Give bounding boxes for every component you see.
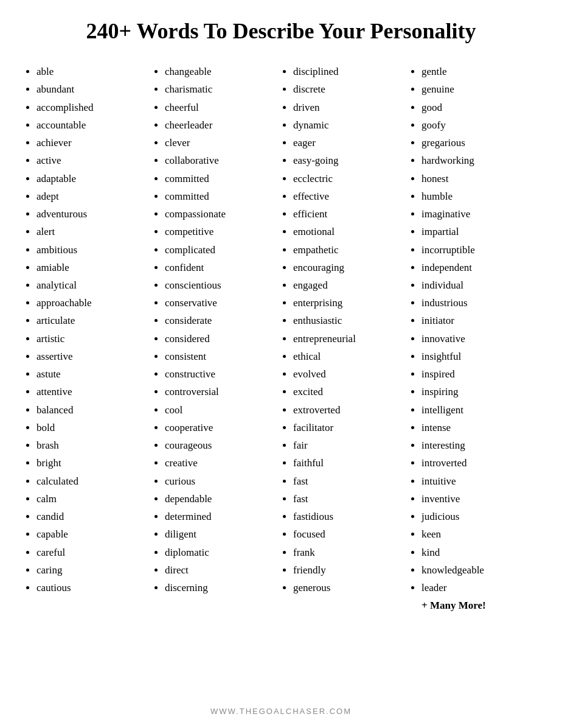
list-item: humble	[422, 187, 538, 205]
list-item: compassionate	[165, 205, 281, 223]
list-item: dependable	[165, 490, 281, 508]
list-item: gentle	[422, 63, 538, 80]
list-item: diligent	[165, 525, 281, 543]
list-item: engaged	[293, 276, 409, 294]
list-item: brash	[36, 436, 153, 454]
list-item: accountable	[36, 116, 153, 134]
list-item: empathetic	[293, 241, 409, 259]
list-item: inspiring	[422, 383, 538, 401]
list-item: kind	[422, 544, 538, 561]
list-item: considered	[165, 330, 281, 348]
list-item: judicious	[422, 508, 538, 525]
list-item: effective	[293, 187, 409, 205]
word-list-3: disciplineddiscretedrivendynamiceagereas…	[281, 63, 409, 597]
list-item: adventurous	[36, 205, 153, 223]
list-item: cautious	[36, 579, 153, 597]
list-item: adept	[36, 187, 153, 205]
list-item: extroverted	[293, 401, 409, 419]
list-item: careful	[36, 544, 153, 561]
list-item: ambitious	[36, 241, 153, 259]
list-item: considerate	[165, 312, 281, 329]
list-item: bold	[36, 419, 153, 436]
list-item: entrepreneurial	[293, 330, 409, 348]
list-item: discrete	[293, 80, 409, 98]
list-item: competitive	[165, 223, 281, 240]
list-item: inventive	[422, 490, 538, 508]
list-item: discerning	[165, 579, 281, 597]
list-item: excited	[293, 383, 409, 401]
list-item: facilitator	[293, 419, 409, 436]
list-item: caring	[36, 561, 153, 579]
list-item: creative	[165, 454, 281, 472]
list-item: good	[422, 99, 538, 116]
list-item: enterprising	[293, 294, 409, 312]
list-item: dynamic	[293, 116, 409, 134]
list-item: consistent	[165, 348, 281, 365]
word-list-1: ableabundantaccomplishedaccountableachie…	[24, 63, 153, 597]
list-item: calm	[36, 490, 153, 508]
list-item: articulate	[36, 312, 153, 329]
list-item: analytical	[36, 276, 153, 294]
list-item: controversial	[165, 383, 281, 401]
list-item: faithful	[293, 454, 409, 472]
column-2: changeablecharismaticcheerfulcheerleader…	[153, 63, 281, 692]
word-list-2: changeablecharismaticcheerfulcheerleader…	[153, 63, 281, 597]
list-item: generous	[293, 579, 409, 597]
list-item: determined	[165, 508, 281, 525]
list-item: friendly	[293, 561, 409, 579]
list-item: ecclectric	[293, 170, 409, 187]
list-item: disciplined	[293, 63, 409, 80]
list-item: artistic	[36, 330, 153, 348]
list-item: achiever	[36, 134, 153, 152]
list-item: introverted	[422, 454, 538, 472]
list-item: eager	[293, 134, 409, 152]
list-item: cheerleader	[165, 116, 281, 134]
list-item: adaptable	[36, 170, 153, 187]
list-item: collaborative	[165, 152, 281, 169]
list-item: balanced	[36, 401, 153, 419]
list-item: abundant	[36, 80, 153, 98]
list-item: alert	[36, 223, 153, 240]
list-item: bright	[36, 454, 153, 472]
list-item: emotional	[293, 223, 409, 240]
list-item: attentive	[36, 383, 153, 401]
list-item: focused	[293, 525, 409, 543]
list-item: cheerful	[165, 99, 281, 116]
list-item: gregarious	[422, 134, 538, 152]
word-columns: ableabundantaccomplishedaccountableachie…	[24, 63, 538, 692]
list-item: knowledgeable	[422, 561, 538, 579]
list-item: keen	[422, 525, 538, 543]
list-item: industrious	[422, 294, 538, 312]
list-item: hardworking	[422, 152, 538, 169]
list-item: frank	[293, 544, 409, 561]
list-item: driven	[293, 99, 409, 116]
list-item: insightful	[422, 348, 538, 365]
list-item: able	[36, 63, 153, 80]
list-item: charismatic	[165, 80, 281, 98]
page-title: 240+ Words To Describe Your Personality	[86, 18, 476, 44]
list-item: amiable	[36, 259, 153, 276]
list-item: inspired	[422, 365, 538, 383]
column-1: ableabundantaccomplishedaccountableachie…	[24, 63, 153, 692]
list-item: ethical	[293, 348, 409, 365]
list-item: leader	[422, 579, 538, 597]
list-item: approachable	[36, 294, 153, 312]
list-item: interesting	[422, 436, 538, 454]
list-item: fair	[293, 436, 409, 454]
list-item: active	[36, 152, 153, 169]
list-item: independent	[422, 259, 538, 276]
list-item: constructive	[165, 365, 281, 383]
list-item: incorruptible	[422, 241, 538, 259]
list-item: individual	[422, 276, 538, 294]
list-item: accomplished	[36, 99, 153, 116]
list-item: candid	[36, 508, 153, 525]
list-item: intuitive	[422, 472, 538, 490]
list-item: goofy	[422, 116, 538, 134]
list-item: honest	[422, 170, 538, 187]
list-item: imaginative	[422, 205, 538, 223]
list-item: committed	[165, 187, 281, 205]
list-item: confident	[165, 259, 281, 276]
list-item: intelligent	[422, 401, 538, 419]
list-item: conservative	[165, 294, 281, 312]
list-item: assertive	[36, 348, 153, 365]
